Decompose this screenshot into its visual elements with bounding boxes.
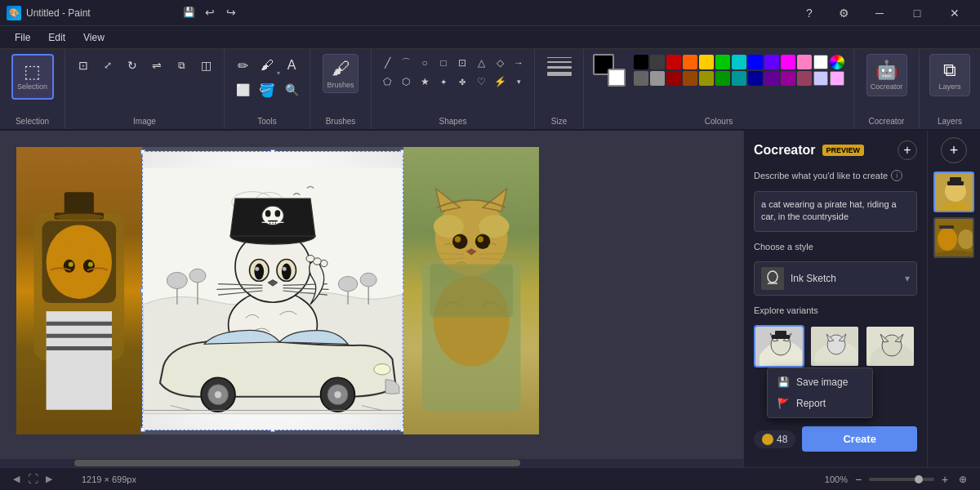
shapes-group: ╱ ⌒ ○ □ ⊡ △ ◇ → ⬠ ⬡ ★ ✦ ✤ ♡ ⚡ ▾ Shapes: [372, 49, 535, 129]
swatch-rainbow[interactable]: [830, 55, 844, 69]
swatch-lavender[interactable]: [813, 71, 828, 86]
swatch-indigo[interactable]: [764, 55, 779, 69]
help-icon[interactable]: ?: [792, 0, 826, 26]
layer-2-thumb[interactable]: [933, 217, 974, 258]
zoom-fit-btn[interactable]: ⊕: [956, 472, 970, 487]
pencil-btn[interactable]: ✏: [231, 54, 254, 77]
more-shapes[interactable]: ▾: [510, 73, 528, 91]
crop-btn[interactable]: ⊡: [72, 54, 95, 77]
swatch-yellow[interactable]: [699, 55, 714, 69]
line-shape[interactable]: ╱: [378, 54, 396, 72]
minimize-btn[interactable]: ─: [861, 0, 898, 26]
text-btn[interactable]: A: [280, 54, 303, 77]
swatch-green[interactable]: [715, 55, 730, 69]
swatch-darkteal[interactable]: [732, 71, 746, 86]
swatch-darkgray[interactable]: [650, 55, 665, 69]
flip-btn[interactable]: ⇌: [145, 54, 168, 77]
sketch-canvas[interactable]: [142, 151, 403, 430]
background-color[interactable]: [608, 69, 626, 87]
prompt-textarea[interactable]: a cat wearing a pirate hat, riding a car…: [754, 191, 917, 232]
report-menu-item[interactable]: 🚩 Report: [768, 393, 872, 414]
swatch-gray2[interactable]: [650, 71, 665, 86]
swatch-purple[interactable]: [764, 71, 779, 86]
swatch-navy[interactable]: [748, 71, 763, 86]
menu-file[interactable]: File: [7, 29, 38, 47]
size-line-3[interactable]: [547, 66, 572, 69]
swatch-black[interactable]: [634, 55, 648, 69]
swatch-darkred[interactable]: [666, 71, 681, 86]
variant-3[interactable]: [865, 325, 915, 368]
swatch-darkpurple[interactable]: [781, 71, 795, 86]
curve-shape[interactable]: ⌒: [397, 54, 415, 72]
rotate-btn[interactable]: ↻: [121, 54, 144, 77]
redo-btn[interactable]: ↪: [222, 3, 240, 21]
maximize-btn[interactable]: □: [898, 0, 936, 26]
horizontal-scrollbar[interactable]: [0, 459, 743, 467]
cocreator-toolbar-btn[interactable]: 🤖 Cocreator: [866, 54, 907, 96]
brush-tool-btn[interactable]: 🖌 ▾: [256, 54, 278, 77]
lightning-shape[interactable]: ⚡: [491, 73, 509, 91]
swatch-wine[interactable]: [797, 71, 812, 86]
heart-shape[interactable]: ♡: [472, 73, 490, 91]
diamond-shape[interactable]: ◇: [491, 54, 509, 72]
fill-btn[interactable]: 🪣: [256, 78, 278, 101]
swatch-gray1[interactable]: [634, 71, 648, 86]
triangle-shape[interactable]: △: [472, 54, 490, 72]
hexagon-shape[interactable]: ⬡: [397, 73, 415, 91]
layers-image-btn[interactable]: ⧉: [170, 54, 193, 77]
resize-btn[interactable]: ⤢: [96, 54, 119, 77]
close-btn[interactable]: ✕: [936, 0, 973, 26]
size-line-4[interactable]: [547, 72, 572, 76]
star4-shape[interactable]: ✤: [453, 73, 471, 91]
add-layer-btn[interactable]: +: [941, 137, 967, 163]
full-screen-btn[interactable]: ⛶: [26, 473, 39, 486]
zoom-out-btn[interactable]: −: [851, 472, 866, 487]
scrollbar-thumb[interactable]: [74, 460, 520, 466]
swatch-red[interactable]: [666, 55, 681, 69]
brushes-icon[interactable]: 🖌 Brushes: [323, 54, 359, 93]
rect-outline[interactable]: ⊡: [453, 54, 471, 72]
swatch-orange[interactable]: [683, 55, 697, 69]
swatch-darkgreen[interactable]: [715, 71, 730, 86]
swatch-white[interactable]: [813, 55, 828, 69]
zoom-slider[interactable]: [869, 478, 934, 481]
save-image-menu-item[interactable]: 💾 Save image: [768, 372, 872, 393]
zoom-in-btn[interactable]: +: [938, 472, 952, 487]
swatch-pink[interactable]: [797, 55, 812, 69]
size-line-1[interactable]: [547, 57, 572, 58]
nav-prev-btn[interactable]: ◀: [10, 473, 23, 486]
erase-btn[interactable]: ◫: [194, 54, 217, 77]
eyedropper-btn[interactable]: 🔍: [280, 78, 303, 101]
nav-next-btn[interactable]: ▶: [42, 473, 56, 486]
settings-icon[interactable]: ⚙: [826, 0, 861, 26]
eraser-btn[interactable]: ⬜: [231, 78, 254, 101]
swatch-brown[interactable]: [683, 71, 697, 86]
variant-1[interactable]: [754, 325, 804, 368]
style-selector[interactable]: Ink Sketch ▾: [754, 261, 917, 296]
size-line-2[interactable]: [547, 61, 572, 63]
undo-btn[interactable]: ↩: [201, 3, 219, 21]
variant-2[interactable]: [809, 325, 860, 368]
swatch-magenta[interactable]: [781, 55, 795, 69]
star5-shape[interactable]: ★: [416, 73, 434, 91]
star6-shape[interactable]: ✦: [434, 73, 452, 91]
oval-shape[interactable]: ○: [416, 54, 434, 72]
layers-toolbar-btn[interactable]: ⧉ Layers: [929, 54, 970, 96]
save-quick-btn[interactable]: 💾: [180, 3, 198, 21]
selection-btn[interactable]: ⬚ Selection: [11, 54, 54, 100]
swatch-blue[interactable]: [748, 55, 763, 69]
arrow-shape[interactable]: →: [510, 54, 528, 72]
menu-view[interactable]: View: [75, 29, 113, 47]
info-icon[interactable]: i: [891, 170, 902, 181]
canvas-viewport[interactable]: [0, 131, 743, 467]
cocreator-add-btn[interactable]: +: [898, 140, 917, 160]
create-button[interactable]: Create: [802, 426, 917, 452]
swatch-lightpink[interactable]: [830, 71, 844, 86]
swatch-teal[interactable]: [732, 55, 746, 69]
menu-edit[interactable]: Edit: [40, 29, 74, 47]
layer-1-thumb[interactable]: [933, 172, 974, 212]
zoom-thumb[interactable]: [915, 475, 923, 483]
pentagon-shape[interactable]: ⬠: [378, 73, 396, 91]
rect-shape[interactable]: □: [434, 54, 452, 72]
swatch-olive[interactable]: [699, 71, 714, 86]
